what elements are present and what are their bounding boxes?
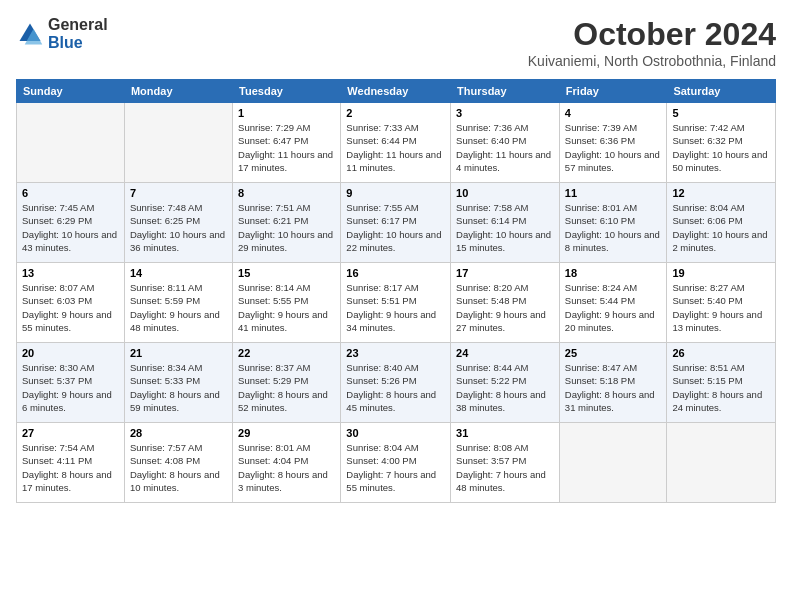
calendar-cell: 17 Sunrise: 8:20 AM Sunset: 5:48 PM Dayl… — [451, 263, 560, 343]
logo: General Blue — [16, 16, 108, 52]
day-number: 25 — [565, 347, 662, 359]
calendar-cell: 31 Sunrise: 8:08 AM Sunset: 3:57 PM Dayl… — [451, 423, 560, 503]
day-info: Sunrise: 8:01 AM Sunset: 4:04 PM Dayligh… — [238, 441, 335, 494]
day-number: 1 — [238, 107, 335, 119]
calendar-cell: 6 Sunrise: 7:45 AM Sunset: 6:29 PM Dayli… — [17, 183, 125, 263]
day-number: 4 — [565, 107, 662, 119]
day-number: 26 — [672, 347, 770, 359]
day-info: Sunrise: 8:04 AM Sunset: 6:06 PM Dayligh… — [672, 201, 770, 254]
day-number: 20 — [22, 347, 119, 359]
day-info: Sunrise: 7:51 AM Sunset: 6:21 PM Dayligh… — [238, 201, 335, 254]
calendar-cell: 27 Sunrise: 7:54 AM Sunset: 4:11 PM Dayl… — [17, 423, 125, 503]
calendar-cell: 14 Sunrise: 8:11 AM Sunset: 5:59 PM Dayl… — [124, 263, 232, 343]
day-number: 31 — [456, 427, 554, 439]
day-number: 8 — [238, 187, 335, 199]
weekday-header-wednesday: Wednesday — [341, 80, 451, 103]
day-info: Sunrise: 7:29 AM Sunset: 6:47 PM Dayligh… — [238, 121, 335, 174]
day-info: Sunrise: 8:30 AM Sunset: 5:37 PM Dayligh… — [22, 361, 119, 414]
calendar-cell: 30 Sunrise: 8:04 AM Sunset: 4:00 PM Dayl… — [341, 423, 451, 503]
calendar-cell — [667, 423, 776, 503]
calendar-cell: 5 Sunrise: 7:42 AM Sunset: 6:32 PM Dayli… — [667, 103, 776, 183]
day-number: 3 — [456, 107, 554, 119]
day-info: Sunrise: 8:27 AM Sunset: 5:40 PM Dayligh… — [672, 281, 770, 334]
weekday-header-row: SundayMondayTuesdayWednesdayThursdayFrid… — [17, 80, 776, 103]
calendar-cell: 22 Sunrise: 8:37 AM Sunset: 5:29 PM Dayl… — [233, 343, 341, 423]
weekday-header-friday: Friday — [559, 80, 667, 103]
day-info: Sunrise: 7:42 AM Sunset: 6:32 PM Dayligh… — [672, 121, 770, 174]
calendar-cell: 25 Sunrise: 8:47 AM Sunset: 5:18 PM Dayl… — [559, 343, 667, 423]
day-number: 23 — [346, 347, 445, 359]
day-number: 22 — [238, 347, 335, 359]
day-info: Sunrise: 8:47 AM Sunset: 5:18 PM Dayligh… — [565, 361, 662, 414]
calendar-cell: 21 Sunrise: 8:34 AM Sunset: 5:33 PM Dayl… — [124, 343, 232, 423]
day-number: 14 — [130, 267, 227, 279]
calendar-cell: 11 Sunrise: 8:01 AM Sunset: 6:10 PM Dayl… — [559, 183, 667, 263]
week-row-2: 6 Sunrise: 7:45 AM Sunset: 6:29 PM Dayli… — [17, 183, 776, 263]
day-number: 30 — [346, 427, 445, 439]
weekday-header-monday: Monday — [124, 80, 232, 103]
calendar-cell: 23 Sunrise: 8:40 AM Sunset: 5:26 PM Dayl… — [341, 343, 451, 423]
day-info: Sunrise: 7:55 AM Sunset: 6:17 PM Dayligh… — [346, 201, 445, 254]
calendar-cell: 29 Sunrise: 8:01 AM Sunset: 4:04 PM Dayl… — [233, 423, 341, 503]
calendar-cell: 13 Sunrise: 8:07 AM Sunset: 6:03 PM Dayl… — [17, 263, 125, 343]
calendar-cell: 4 Sunrise: 7:39 AM Sunset: 6:36 PM Dayli… — [559, 103, 667, 183]
calendar-cell: 20 Sunrise: 8:30 AM Sunset: 5:37 PM Dayl… — [17, 343, 125, 423]
calendar-cell: 9 Sunrise: 7:55 AM Sunset: 6:17 PM Dayli… — [341, 183, 451, 263]
weekday-header-thursday: Thursday — [451, 80, 560, 103]
month-title: October 2024 — [528, 16, 776, 53]
day-info: Sunrise: 7:48 AM Sunset: 6:25 PM Dayligh… — [130, 201, 227, 254]
day-info: Sunrise: 8:07 AM Sunset: 6:03 PM Dayligh… — [22, 281, 119, 334]
day-info: Sunrise: 7:36 AM Sunset: 6:40 PM Dayligh… — [456, 121, 554, 174]
calendar-cell — [559, 423, 667, 503]
calendar-cell: 28 Sunrise: 7:57 AM Sunset: 4:08 PM Dayl… — [124, 423, 232, 503]
day-number: 2 — [346, 107, 445, 119]
day-info: Sunrise: 8:04 AM Sunset: 4:00 PM Dayligh… — [346, 441, 445, 494]
calendar-cell — [17, 103, 125, 183]
calendar-cell — [124, 103, 232, 183]
day-info: Sunrise: 8:44 AM Sunset: 5:22 PM Dayligh… — [456, 361, 554, 414]
weekday-header-tuesday: Tuesday — [233, 80, 341, 103]
week-row-1: 1 Sunrise: 7:29 AM Sunset: 6:47 PM Dayli… — [17, 103, 776, 183]
week-row-5: 27 Sunrise: 7:54 AM Sunset: 4:11 PM Dayl… — [17, 423, 776, 503]
weekday-header-sunday: Sunday — [17, 80, 125, 103]
day-info: Sunrise: 7:33 AM Sunset: 6:44 PM Dayligh… — [346, 121, 445, 174]
week-row-4: 20 Sunrise: 8:30 AM Sunset: 5:37 PM Dayl… — [17, 343, 776, 423]
day-info: Sunrise: 7:54 AM Sunset: 4:11 PM Dayligh… — [22, 441, 119, 494]
day-number: 11 — [565, 187, 662, 199]
calendar-cell: 7 Sunrise: 7:48 AM Sunset: 6:25 PM Dayli… — [124, 183, 232, 263]
day-number: 21 — [130, 347, 227, 359]
day-number: 9 — [346, 187, 445, 199]
day-info: Sunrise: 8:08 AM Sunset: 3:57 PM Dayligh… — [456, 441, 554, 494]
calendar-cell: 2 Sunrise: 7:33 AM Sunset: 6:44 PM Dayli… — [341, 103, 451, 183]
day-number: 18 — [565, 267, 662, 279]
day-info: Sunrise: 7:39 AM Sunset: 6:36 PM Dayligh… — [565, 121, 662, 174]
day-number: 27 — [22, 427, 119, 439]
title-section: October 2024 Kuivaniemi, North Ostroboth… — [528, 16, 776, 69]
calendar-cell: 24 Sunrise: 8:44 AM Sunset: 5:22 PM Dayl… — [451, 343, 560, 423]
day-number: 19 — [672, 267, 770, 279]
calendar-cell: 1 Sunrise: 7:29 AM Sunset: 6:47 PM Dayli… — [233, 103, 341, 183]
calendar-cell: 19 Sunrise: 8:27 AM Sunset: 5:40 PM Dayl… — [667, 263, 776, 343]
day-number: 29 — [238, 427, 335, 439]
calendar-cell: 8 Sunrise: 7:51 AM Sunset: 6:21 PM Dayli… — [233, 183, 341, 263]
day-number: 28 — [130, 427, 227, 439]
week-row-3: 13 Sunrise: 8:07 AM Sunset: 6:03 PM Dayl… — [17, 263, 776, 343]
header: General Blue October 2024 Kuivaniemi, No… — [16, 16, 776, 69]
day-info: Sunrise: 7:45 AM Sunset: 6:29 PM Dayligh… — [22, 201, 119, 254]
day-info: Sunrise: 7:57 AM Sunset: 4:08 PM Dayligh… — [130, 441, 227, 494]
calendar-table: SundayMondayTuesdayWednesdayThursdayFrid… — [16, 79, 776, 503]
day-number: 16 — [346, 267, 445, 279]
location-subtitle: Kuivaniemi, North Ostrobothnia, Finland — [528, 53, 776, 69]
day-info: Sunrise: 8:34 AM Sunset: 5:33 PM Dayligh… — [130, 361, 227, 414]
calendar-page: General Blue October 2024 Kuivaniemi, No… — [0, 0, 792, 511]
day-number: 15 — [238, 267, 335, 279]
day-info: Sunrise: 8:40 AM Sunset: 5:26 PM Dayligh… — [346, 361, 445, 414]
day-info: Sunrise: 7:58 AM Sunset: 6:14 PM Dayligh… — [456, 201, 554, 254]
logo-text: General Blue — [48, 16, 108, 52]
day-info: Sunrise: 8:14 AM Sunset: 5:55 PM Dayligh… — [238, 281, 335, 334]
day-number: 7 — [130, 187, 227, 199]
day-info: Sunrise: 8:24 AM Sunset: 5:44 PM Dayligh… — [565, 281, 662, 334]
day-number: 17 — [456, 267, 554, 279]
weekday-header-saturday: Saturday — [667, 80, 776, 103]
calendar-cell: 3 Sunrise: 7:36 AM Sunset: 6:40 PM Dayli… — [451, 103, 560, 183]
